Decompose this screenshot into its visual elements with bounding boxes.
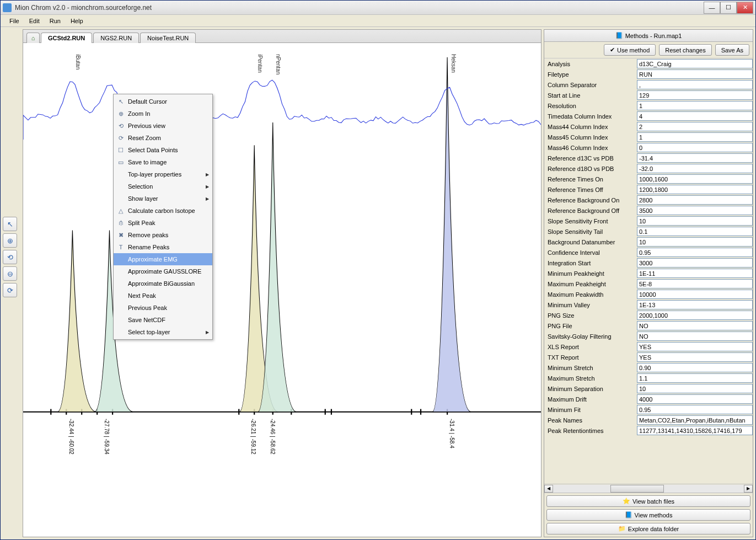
param-row: Integration Start — [544, 258, 753, 268]
param-input-slope-sensitivity-tail[interactable] — [637, 227, 753, 236]
param-input-minimum-peakheight[interactable] — [637, 269, 753, 278]
param-input-maximum-peakwidth[interactable] — [637, 290, 753, 299]
param-input-slope-sensitivity-front[interactable] — [637, 216, 753, 226]
param-label: Maximum Stretch — [544, 375, 637, 382]
star-icon: ⭐ — [623, 498, 630, 505]
param-input-mass45-column-index[interactable] — [637, 132, 753, 142]
param-input-integration-start[interactable] — [637, 258, 753, 268]
home-tab[interactable]: ⌂ — [26, 33, 40, 43]
param-input-timedata-column-index[interactable] — [637, 111, 753, 121]
tool-zoom-previous[interactable]: ⟲ — [3, 250, 17, 264]
ctx-reset-zoom[interactable]: ⟳Reset Zoom — [114, 132, 212, 144]
maximize-button[interactable] — [720, 2, 737, 14]
ctx-select-data-points[interactable]: ☐Select Data Points — [114, 144, 212, 156]
param-input-reference-background-on[interactable] — [637, 195, 753, 205]
explore-data-folder-button[interactable]: 📁Explore data folder — [546, 523, 750, 534]
param-row: Reference Times On — [544, 174, 753, 184]
ctx-approximate-emg[interactable]: Approximate EMG — [114, 253, 212, 265]
menu-edit[interactable]: Edit — [25, 17, 44, 25]
param-label: Minimum Stretch — [544, 365, 637, 371]
param-row: XLS Report — [544, 341, 753, 352]
ctx-previous-peak[interactable]: Previous Peak — [114, 302, 212, 314]
ctx-calculate-carbon-isotope[interactable]: △Calculate carbon Isotope — [114, 205, 212, 217]
param-label: Slope Sensitivity Front — [544, 218, 637, 224]
ctx-split-peak[interactable]: ⫛Split Peak — [114, 217, 212, 229]
ctx-next-peak[interactable]: Next Peak — [114, 290, 212, 302]
ctx-icon: T — [116, 244, 126, 250]
param-input-savitsky-golay-filtering[interactable] — [637, 332, 753, 341]
param-input-minimum-valley[interactable] — [637, 300, 753, 309]
save-as-button[interactable]: Save As — [715, 44, 749, 56]
use-method-button[interactable]: ✔Use method — [604, 44, 656, 56]
param-input-maximum-stretch[interactable] — [637, 373, 753, 383]
param-input-reference-background-off[interactable] — [637, 206, 753, 215]
param-row: Peak Names — [544, 415, 753, 425]
param-input-resolution[interactable] — [637, 101, 753, 110]
param-input-peak-retentiontimes[interactable] — [637, 426, 753, 435]
axis-value-label: -24.46 | -58.62 — [270, 419, 276, 455]
param-input-reference-times-off[interactable] — [637, 185, 753, 194]
param-input-minimum-fit[interactable] — [637, 405, 753, 414]
tool-zoom-out[interactable]: ⊖ — [3, 266, 17, 281]
param-input-minimum-separation[interactable] — [637, 384, 753, 393]
param-row: Resolution — [544, 100, 753, 111]
param-input-reference-times-on[interactable] — [637, 174, 753, 184]
ctx-zoom-in[interactable]: ⊕Zoom In — [114, 108, 212, 120]
param-input-txt-report[interactable] — [637, 352, 753, 362]
param-row: Reference Times Off — [544, 184, 753, 195]
scroll-left-icon[interactable]: ◀ — [544, 485, 553, 493]
param-input-xls-report[interactable] — [637, 342, 753, 351]
ctx-rename-peaks[interactable]: TRename Peaks — [114, 241, 212, 253]
tool-cursor[interactable]: ↖ — [3, 217, 17, 231]
tool-zoom-reset[interactable]: ⟳ — [3, 283, 17, 297]
param-row: Timedata Column Index — [544, 111, 753, 121]
params-hscroll[interactable]: ◀ ▶ — [544, 484, 753, 493]
menubar: File Edit Run Help — [1, 15, 755, 27]
param-input-maximum-peakheight[interactable] — [637, 279, 753, 288]
param-row: Peak Retentiontimes — [544, 425, 753, 436]
scroll-thumb[interactable] — [610, 485, 664, 493]
param-input-filetype[interactable] — [637, 69, 753, 79]
ctx-select-top-layer[interactable]: Select top-layer — [114, 326, 212, 338]
ctx-top-layer-properties[interactable]: Top-layer properties — [114, 168, 212, 180]
param-input-reference-d18o-vs-pdb[interactable] — [637, 164, 753, 173]
ctx-approximate-bigaussian[interactable]: Approximate BiGaussian — [114, 277, 212, 290]
menu-run[interactable]: Run — [45, 17, 65, 25]
param-row: Minimum Separation — [544, 383, 753, 394]
menu-help[interactable]: Help — [66, 17, 88, 25]
ctx-previous-view[interactable]: ⟲Previous view — [114, 120, 212, 132]
param-input-png-size[interactable] — [637, 311, 753, 320]
tab-ngs2[interactable]: NGS2.RUN — [93, 33, 139, 43]
tool-zoom-in[interactable]: ⊕ — [3, 233, 17, 248]
param-input-png-file[interactable] — [637, 321, 753, 330]
param-input-mass44-column-index[interactable] — [637, 122, 753, 131]
tab-noisetest[interactable]: NoiseTest.RUN — [140, 33, 196, 43]
param-input-analysis[interactable] — [637, 59, 753, 68]
ctx-save-to-image[interactable]: ▭Save to image — [114, 156, 212, 168]
view-methods-button[interactable]: 📘View methods — [546, 509, 750, 521]
ctx-remove-peaks[interactable]: ✖Remove peaks — [114, 229, 212, 241]
param-input-column-separator[interactable] — [637, 80, 753, 89]
ctx-default-cursor[interactable]: ↖Default Cursor — [114, 95, 212, 108]
param-label: Maximum Peakwidth — [544, 291, 637, 298]
param-input-background-datanumber[interactable] — [637, 237, 753, 247]
menu-file[interactable]: File — [5, 17, 24, 25]
param-input-minimum-stretch[interactable] — [637, 363, 753, 372]
ctx-save-netcdf[interactable]: Save NetCDF — [114, 314, 212, 326]
ctx-approximate-gausslore[interactable]: Approximate GAUSSLORE — [114, 265, 212, 277]
param-input-peak-names[interactable] — [637, 415, 753, 425]
chromatogram-chart[interactable]: ↖Default Cursor⊕Zoom In⟲Previous view⟳Re… — [23, 43, 541, 537]
param-input-mass46-column-index[interactable] — [637, 143, 753, 152]
minimize-button[interactable] — [704, 2, 720, 14]
ctx-selection[interactable]: Selection — [114, 180, 212, 193]
tab-gcstd2[interactable]: GCStd2.RUN — [41, 33, 92, 43]
view-batch-files-button[interactable]: ⭐View batch files — [546, 495, 750, 507]
param-input-confidence-interval[interactable] — [637, 248, 753, 257]
param-input-reference-d13c-vs-pdb[interactable] — [637, 153, 753, 163]
param-input-start-at-line[interactable] — [637, 90, 753, 100]
ctx-show-layer[interactable]: Show layer — [114, 193, 212, 205]
param-input-maximum-drift[interactable] — [637, 394, 753, 404]
reset-changes-button[interactable]: Reset changes — [659, 44, 711, 56]
close-button[interactable] — [737, 2, 753, 14]
scroll-right-icon[interactable]: ▶ — [744, 485, 753, 493]
